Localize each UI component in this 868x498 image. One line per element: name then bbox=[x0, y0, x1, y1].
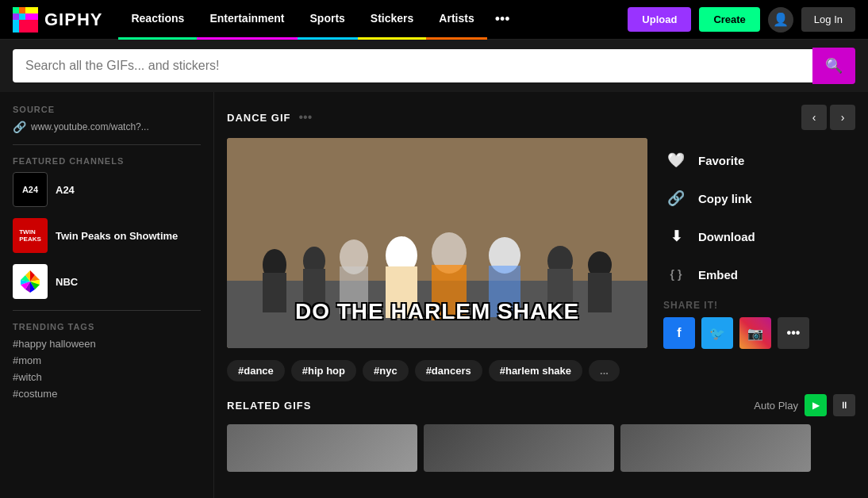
nav-actions: Upload Create 👤 Log In bbox=[628, 7, 855, 33]
source-label: SOURCE bbox=[13, 105, 201, 114]
embed-icon: { } bbox=[663, 262, 689, 287]
related-gifs bbox=[227, 424, 855, 472]
logo-text: GIPHY bbox=[44, 10, 102, 30]
pause-icon: ⏸ bbox=[839, 400, 849, 411]
search-input[interactable] bbox=[13, 49, 812, 82]
gif-background: DO THE HARLEM SHAKE bbox=[227, 138, 647, 348]
channel-twin-peaks[interactable]: TWINPEAKS Twin Peaks on Showtime bbox=[13, 218, 201, 253]
channel-a24[interactable]: A24 A24 bbox=[13, 172, 201, 207]
instagram-share-button[interactable]: 📷 bbox=[739, 317, 771, 349]
more-share-button[interactable]: ••• bbox=[778, 317, 809, 349]
logo-icon bbox=[13, 7, 38, 33]
gif-header: DANCE GIF ••• ‹ › bbox=[227, 105, 855, 130]
play-icon: ▶ bbox=[812, 400, 820, 411]
sidebar: SOURCE 🔗 www.youtube.com/watch?... FEATU… bbox=[0, 92, 214, 498]
related-header: RELATED GIFS Auto Play ▶ ⏸ bbox=[227, 394, 855, 416]
link-icon: 🔗 bbox=[13, 121, 26, 133]
svg-rect-2 bbox=[13, 13, 19, 20]
svg-rect-0 bbox=[13, 7, 19, 13]
related-gif-2[interactable] bbox=[424, 424, 614, 472]
copy-link-label: Copy link bbox=[698, 192, 752, 205]
copy-link-button[interactable]: 🔗 Copy link bbox=[663, 179, 855, 217]
gif-area: DO THE HARLEM SHAKE 🤍 Favorite 🔗 Copy li… bbox=[227, 138, 855, 349]
channel-a24-name: A24 bbox=[56, 184, 75, 196]
twitter-share-button[interactable]: 🐦 bbox=[701, 317, 733, 349]
facebook-icon: f bbox=[677, 326, 681, 340]
header: GIPHY Reactions Entertainment Sports Sti… bbox=[0, 0, 868, 40]
tag-halloween[interactable]: #happy halloween bbox=[13, 338, 201, 350]
favorite-button[interactable]: 🤍 Favorite bbox=[663, 141, 855, 179]
source-link[interactable]: 🔗 www.youtube.com/watch?... bbox=[13, 121, 201, 133]
autoplay-area: Auto Play ▶ ⏸ bbox=[754, 394, 855, 416]
related-gif-3[interactable] bbox=[620, 424, 811, 472]
login-button[interactable]: Log In bbox=[801, 7, 855, 32]
gif-main: DO THE HARLEM SHAKE bbox=[227, 138, 647, 348]
svg-rect-5 bbox=[25, 13, 38, 20]
divider-1 bbox=[13, 144, 201, 145]
channel-twin-peaks-thumb: TWINPEAKS bbox=[13, 218, 48, 253]
search-icon: 🔍 bbox=[825, 57, 843, 75]
gif-more-button[interactable]: ••• bbox=[299, 110, 313, 125]
search-button[interactable]: 🔍 bbox=[812, 48, 855, 84]
gif-type-label: DANCE GIF bbox=[227, 112, 291, 124]
share-title: SHARE IT! bbox=[663, 300, 855, 311]
main-content: SOURCE 🔗 www.youtube.com/watch?... FEATU… bbox=[0, 92, 868, 498]
channel-nbc[interactable]: NBC bbox=[13, 264, 201, 299]
avatar[interactable]: 👤 bbox=[768, 7, 793, 33]
download-icon: ⬇ bbox=[663, 224, 689, 249]
facebook-share-button[interactable]: f bbox=[663, 317, 695, 349]
channel-a24-thumb: A24 bbox=[13, 172, 48, 207]
nav-item-entertainment[interactable]: Entertainment bbox=[197, 0, 297, 40]
related-title: RELATED GIFS bbox=[227, 400, 311, 412]
nav-arrows: ‹ › bbox=[801, 105, 855, 130]
nav-item-reactions[interactable]: Reactions bbox=[118, 0, 197, 40]
tag-mom[interactable]: #mom bbox=[13, 354, 201, 366]
channel-nbc-thumb bbox=[13, 264, 48, 299]
action-panel: 🤍 Favorite 🔗 Copy link ⬇ Download { } Em… bbox=[663, 138, 855, 349]
nav-item-sports[interactable]: Sports bbox=[298, 0, 358, 40]
featured-channels-label: FEATURED CHANNELS bbox=[13, 156, 201, 166]
twitter-icon: 🐦 bbox=[709, 326, 725, 341]
tag-witch[interactable]: #witch bbox=[13, 371, 201, 383]
nav-item-stickers[interactable]: Stickers bbox=[358, 0, 426, 40]
download-button[interactable]: ⬇ Download bbox=[663, 217, 855, 255]
tag-more-button[interactable]: ... bbox=[589, 360, 620, 381]
source-url: www.youtube.com/watch?... bbox=[31, 121, 149, 132]
gif-overlay-text: DO THE HARLEM SHAKE bbox=[227, 299, 647, 324]
tag-costume[interactable]: #costume bbox=[13, 388, 201, 400]
link-icon: 🔗 bbox=[663, 186, 689, 211]
channel-twin-peaks-name: Twin Peaks on Showtime bbox=[56, 230, 178, 242]
create-button[interactable]: Create bbox=[699, 7, 759, 32]
instagram-icon: 📷 bbox=[747, 326, 763, 341]
svg-rect-4 bbox=[25, 7, 38, 13]
related-gif-1[interactable] bbox=[227, 424, 417, 472]
next-button[interactable]: › bbox=[830, 105, 855, 130]
svg-rect-3 bbox=[19, 13, 25, 20]
logo[interactable]: GIPHY bbox=[13, 7, 102, 33]
tag-hiphop[interactable]: #hip hop bbox=[291, 360, 356, 381]
svg-rect-1 bbox=[19, 7, 25, 13]
svg-rect-7 bbox=[19, 20, 38, 33]
more-share-icon: ••• bbox=[787, 326, 801, 340]
embed-button[interactable]: { } Embed bbox=[663, 255, 855, 293]
nav-more-button[interactable]: ••• bbox=[487, 0, 518, 40]
main-nav: Reactions Entertainment Sports Stickers … bbox=[118, 0, 628, 40]
play-button[interactable]: ▶ bbox=[805, 394, 827, 416]
tags-row: #dance #hip hop #nyc #dancers #harlem sh… bbox=[227, 360, 855, 381]
tag-dancers[interactable]: #dancers bbox=[415, 360, 482, 381]
svg-rect-6 bbox=[13, 20, 19, 33]
share-buttons: f 🐦 📷 ••• bbox=[663, 317, 855, 349]
trending-tags-label: TRENDING TAGS bbox=[13, 322, 201, 331]
upload-button[interactable]: Upload bbox=[628, 7, 691, 32]
favorite-label: Favorite bbox=[698, 154, 744, 167]
download-label: Download bbox=[698, 230, 755, 243]
prev-button[interactable]: ‹ bbox=[801, 105, 827, 130]
tag-dance[interactable]: #dance bbox=[227, 360, 285, 381]
tag-nyc[interactable]: #nyc bbox=[363, 360, 409, 381]
divider-2 bbox=[13, 310, 201, 311]
pause-button[interactable]: ⏸ bbox=[833, 394, 855, 416]
channel-nbc-name: NBC bbox=[56, 276, 78, 288]
heart-icon: 🤍 bbox=[663, 147, 689, 173]
nav-item-artists[interactable]: Artists bbox=[426, 0, 486, 40]
tag-harlemshake[interactable]: #harlem shake bbox=[489, 360, 582, 381]
